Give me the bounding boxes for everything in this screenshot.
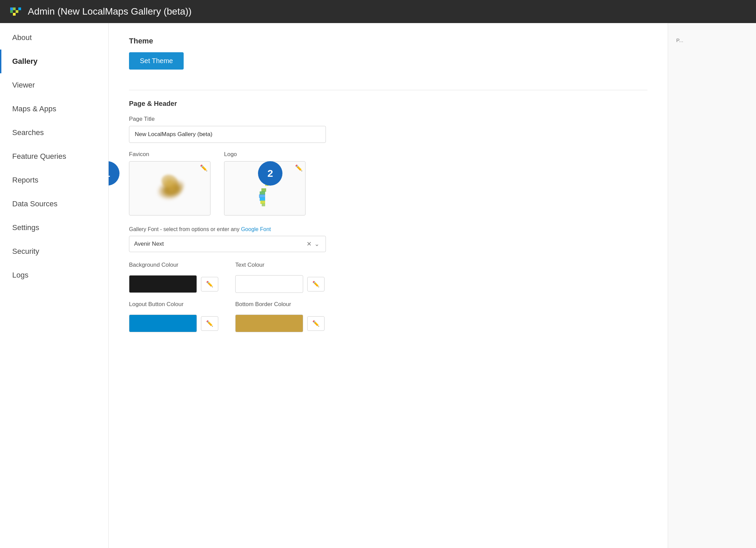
favicon-image-box: ✏️ [129,161,210,215]
text-colour-swatch [235,275,303,293]
sidebar-item-feature-queries[interactable]: Feature Queries [0,145,108,168]
sidebar-item-searches[interactable]: Searches [0,121,108,145]
svg-rect-4 [13,13,16,16]
sidebar-item-viewer[interactable]: Viewer [0,73,108,97]
sidebar-item-data-sources[interactable]: Data Sources [0,192,108,216]
header-logo: Admin (New LocalMaps Gallery (beta)) [8,4,191,19]
logo-label: Logo [224,151,306,158]
sidebar-item-gallery[interactable]: Gallery [0,50,108,73]
header-title: Admin (New LocalMaps Gallery (beta)) [28,6,191,17]
text-colour-field: Text Colour ✏️ [235,262,325,293]
bottom-border-colour-edit-button[interactable]: ✏️ [307,316,325,331]
google-font-link[interactable]: Google Font [241,226,271,232]
sidebar-item-logs[interactable]: Logs [0,263,108,287]
favicon-edit-button[interactable]: ✏️ [200,164,207,172]
svg-rect-2 [13,7,16,10]
divider-1 [129,90,647,90]
step-bubble-2: 2 [258,161,282,186]
localmaps-logo-icon [8,4,23,19]
right-panel: P... [668,23,756,548]
logo-edit-button[interactable]: ✏️ [295,164,302,172]
font-select-value: Avenir Next [134,241,305,247]
logout-swatch-row: ✏️ [129,315,218,332]
favicon-label: Favicon [129,151,210,158]
main-content: Theme Set Theme Page & Header Page Title… [109,23,668,548]
text-colour-edit-button[interactable]: ✏️ [307,277,325,291]
page-title-input[interactable] [129,126,326,143]
font-select-box[interactable]: Avenir Next ✕ ⌄ [129,236,326,252]
svg-rect-3 [16,10,18,13]
image-row: 1 Favicon ✏️ Logo [129,151,647,215]
font-description: Gallery Font - select from options or en… [129,226,647,232]
bottom-border-swatch-row: ✏️ [235,315,325,332]
bg-colour-label: Background Colour [129,262,218,268]
svg-rect-5 [10,7,13,10]
svg-rect-1 [10,10,13,13]
svg-rect-18 [262,204,265,206]
logout-colour-field: Logout Button Colour ✏️ [129,301,218,332]
sidebar-item-security[interactable]: Security [0,240,108,263]
svg-rect-6 [18,7,21,10]
page-title-label: Page Title [129,116,647,122]
sidebar-item-maps-apps[interactable]: Maps & Apps [0,97,108,121]
logout-colour-swatch [129,315,197,332]
sidebar-item-reports[interactable]: Reports [0,168,108,192]
bg-colour-edit-button[interactable]: ✏️ [201,277,218,291]
step-bubble-1: 1 [109,161,119,186]
right-panel-text: P... [676,37,748,44]
svg-rect-17 [260,201,265,204]
app-header: Admin (New LocalMaps Gallery (beta)) [0,0,756,23]
bg-swatch-row: ✏️ [129,275,218,293]
logout-border-color-row: Logout Button Colour ✏️ Bottom Border Co… [129,301,647,332]
bottom-border-colour-label: Bottom Border Colour [235,301,325,308]
set-theme-button[interactable]: Set Theme [129,52,184,70]
bg-colour-swatch [129,275,197,293]
logout-colour-label: Logout Button Colour [129,301,218,308]
svg-rect-15 [259,194,265,198]
font-clear-button[interactable]: ✕ [305,240,313,248]
svg-rect-16 [260,197,265,201]
text-colour-label: Text Colour [235,262,325,268]
svg-rect-14 [260,191,265,195]
theme-section-title: Theme [129,37,647,45]
sidebar-item-about[interactable]: About [0,26,108,50]
bottom-border-colour-swatch [235,315,303,332]
page-header-section: Page & Header Page Title 1 Favicon ✏️ [129,100,647,332]
font-dropdown-button[interactable]: ⌄ [313,240,321,248]
text-swatch-row: ✏️ [235,275,325,293]
sidebar: About Gallery Viewer Maps & Apps Searche… [0,23,109,548]
bg-text-color-row: Background Colour ✏️ Text Colour ✏️ [129,262,647,293]
theme-section: Theme Set Theme [129,37,647,80]
page-header-section-title: Page & Header [129,100,647,108]
bg-colour-field: Background Colour ✏️ [129,262,218,293]
logout-colour-edit-button[interactable]: ✏️ [201,316,218,331]
svg-rect-13 [261,188,266,192]
bottom-border-colour-field: Bottom Border Colour ✏️ [235,301,325,332]
favicon-field: Favicon ✏️ [129,151,210,215]
sidebar-item-settings[interactable]: Settings [0,216,108,240]
